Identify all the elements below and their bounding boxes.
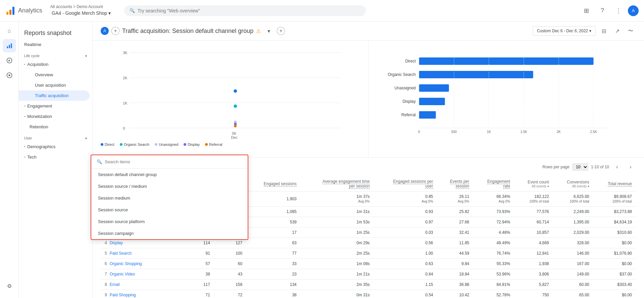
legend-display[interactable]: Display: [184, 142, 200, 146]
cell-eng-per-user: 1.15: [374, 280, 437, 290]
settings-icon-button[interactable]: ⚙: [3, 279, 16, 293]
cell-conv: 1,395.00: [553, 217, 593, 227]
engagement-group[interactable]: › Engagement: [19, 101, 92, 111]
home-icon-button[interactable]: ⌂: [3, 24, 16, 38]
cell-eng-per-user: 0.93: [374, 207, 437, 217]
cell-ec: 3,806: [514, 269, 553, 280]
prev-page-button[interactable]: ‹: [612, 162, 623, 172]
cell-eps: 32.41: [437, 227, 474, 238]
svg-text:Direct: Direct: [405, 59, 416, 63]
tech-group[interactable]: › Tech: [19, 152, 92, 162]
dropdown-item[interactable]: Session campaign: [91, 227, 248, 239]
user-avatar[interactable]: A: [628, 5, 639, 16]
col-engagement-rate[interactable]: Engagementrate: [473, 176, 514, 191]
cell-eng-per-user: 0.64: [374, 269, 437, 280]
realtime-item[interactable]: Realtime: [19, 39, 92, 50]
legend-unassigned[interactable]: Unassigned: [155, 142, 178, 146]
total-avg-eng: 1m 37s Avg 0%: [301, 191, 374, 207]
legend-referral[interactable]: Referral: [205, 142, 222, 146]
more-vert-icon-button[interactable]: ⋮: [612, 4, 625, 17]
dropdown-item[interactable]: Session source / medium: [91, 180, 248, 192]
reports-icon-button[interactable]: [3, 39, 16, 52]
add-comparison-button[interactable]: +: [111, 27, 119, 35]
col-engaged-sessions[interactable]: Engaged sessions: [246, 176, 301, 191]
svg-rect-33: [419, 111, 436, 119]
cell-revenue: $0.00: [593, 259, 636, 269]
col-conv-sub[interactable]: All events ▾: [557, 184, 589, 188]
next-page-button[interactable]: ›: [625, 162, 636, 172]
channel-link[interactable]: Organic Video: [110, 272, 135, 276]
col-event-count[interactable]: Event count All events ▾: [514, 176, 553, 191]
date-range-value: Dec 6 - Dec 6, 2022: [552, 29, 588, 33]
channel-link[interactable]: Email: [110, 282, 120, 287]
dropdown-item[interactable]: Session default channel group: [91, 169, 248, 180]
save-report-button[interactable]: ⊟: [598, 26, 609, 36]
channel-link[interactable]: Paid Search: [110, 251, 132, 256]
cell-ec: 60,714: [514, 217, 553, 227]
reports-snapshot-title[interactable]: Reports snapshot: [19, 24, 92, 39]
user-acquisition-label: User acquisition: [35, 83, 66, 88]
apps-icon-button[interactable]: ⊞: [580, 4, 593, 17]
svg-text:0: 0: [123, 126, 125, 130]
cell-eng-per-user: 0.63: [374, 259, 437, 269]
advertising-icon-button[interactable]: [3, 69, 16, 82]
dropdown-item[interactable]: Session source: [91, 204, 248, 216]
warning-icon[interactable]: ⚠: [256, 28, 261, 34]
monetization-group[interactable]: › Monetization: [19, 111, 92, 122]
search-icon: 🔍: [130, 8, 135, 13]
cell-users: 91: [190, 248, 214, 259]
col-events-per-session[interactable]: Events persession: [437, 176, 474, 191]
search-bar[interactable]: 🔍: [124, 5, 366, 16]
search-input[interactable]: [138, 8, 360, 13]
user-section-title[interactable]: User ▾: [19, 132, 92, 141]
sidebar-item-overview[interactable]: Overview: [19, 70, 90, 80]
date-range-picker[interactable]: Custom Dec 6 - Dec 6, 2022 ▾: [533, 26, 596, 36]
overview-label: Overview: [35, 72, 53, 77]
sidebar-item-traffic-acquisition[interactable]: Traffic acquisition: [19, 90, 90, 101]
col-ec-sub[interactable]: All events ▾: [518, 184, 549, 188]
channel-link[interactable]: Paid Shopping: [110, 293, 136, 297]
demographics-group[interactable]: › Demographics: [19, 141, 92, 152]
cell-avg-eng: 0m 31s: [301, 290, 374, 298]
table-row: 6Organic Shopping 57 60 33 1m 08s 0.63 9…: [101, 259, 636, 269]
compare-button[interactable]: 〜: [625, 26, 636, 36]
realtime-label: Realtime: [24, 42, 41, 47]
add-view-button[interactable]: +: [277, 27, 285, 35]
channel-link[interactable]: Display: [110, 241, 123, 245]
demographics-chevron: ›: [23, 146, 27, 147]
rows-per-page-select[interactable]: 10 25 50: [572, 163, 588, 171]
col-engaged-per-user[interactable]: Engaged sessions peruser: [374, 176, 437, 191]
channel-link[interactable]: Organic Shopping: [110, 261, 142, 266]
share-button[interactable]: ↗: [612, 26, 623, 36]
col-conversions[interactable]: Conversions All events ▾: [553, 176, 593, 191]
cell-users: 57: [190, 259, 214, 269]
explore-icon-button[interactable]: [3, 54, 16, 67]
cell-conv: 65.00: [553, 290, 593, 298]
cell-eng-per-user: 1.00: [374, 248, 437, 259]
sidebar-item-user-acquisition[interactable]: User acquisition: [19, 80, 90, 90]
help-icon-button[interactable]: ?: [596, 4, 609, 17]
dropdown-toggle-button[interactable]: ▾: [263, 26, 274, 36]
col-total-revenue[interactable]: Total revenue: [593, 176, 636, 191]
annotation-badge[interactable]: A: [101, 27, 109, 35]
table-row: 8Email 117 158 134 2m 35s 1.15 36.88 84.…: [101, 280, 636, 290]
cell-sessions: 72: [214, 290, 246, 298]
legend-organic-search[interactable]: Organic Search: [120, 142, 149, 146]
sidebar-item-retention[interactable]: Retention: [19, 122, 90, 132]
cell-avg-eng: 2m 25s: [301, 248, 374, 259]
dropdown-item[interactable]: Session medium: [91, 192, 248, 204]
col-avg-engagement[interactable]: Average engagement timeper session: [301, 176, 374, 191]
dropdown-search-input[interactable]: [105, 159, 242, 164]
total-ec: 182,122 100% of total: [514, 191, 553, 207]
svg-rect-5: [11, 43, 12, 48]
acquisition-chevron: ›: [23, 64, 27, 65]
property-selector[interactable]: GA4 - Google Merch Shop ▾: [49, 9, 113, 17]
cell-ec: 750: [514, 290, 553, 298]
dropdown-search-wrap: 🔍: [91, 155, 248, 169]
legend-direct[interactable]: Direct: [101, 142, 114, 146]
acquisition-group[interactable]: › Acquisition: [19, 59, 92, 70]
lifecycle-section-title[interactable]: Life cycle ▾: [19, 50, 92, 59]
cell-channel: 7Organic Video: [101, 269, 190, 280]
cell-revenue: $0.00: [593, 238, 636, 248]
dropdown-item[interactable]: Session source platform: [91, 216, 248, 227]
